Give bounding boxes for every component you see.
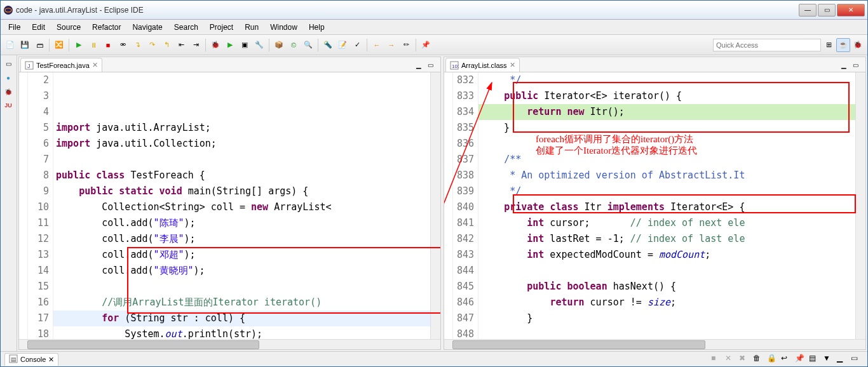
maximize-button[interactable]: ▭ xyxy=(818,4,836,17)
left-trim: ▭ ● 🐞 JU xyxy=(1,55,17,351)
step-filter-icon[interactable]: ⇥ xyxy=(189,38,203,52)
maximize-view-icon[interactable]: ▭ xyxy=(428,62,438,72)
annotation-icon[interactable]: 📝 xyxy=(336,38,349,52)
step-into-icon[interactable]: ↴ xyxy=(130,38,144,52)
java-file-icon: J xyxy=(25,61,34,70)
step-return-icon[interactable]: ↰ xyxy=(159,38,173,52)
menu-project[interactable]: Project xyxy=(205,22,238,33)
horizontal-scrollbar[interactable] xyxy=(444,339,865,349)
maximize-console-icon[interactable]: ▭ xyxy=(851,354,864,365)
close-icon[interactable]: ✕ xyxy=(510,61,515,69)
scroll-lock-icon[interactable]: 🔒 xyxy=(767,354,780,365)
marker-column[interactable] xyxy=(444,72,453,339)
new-class-icon[interactable]: © xyxy=(287,38,301,52)
remove-all-icon[interactable]: ✖ xyxy=(739,354,752,365)
search-icon[interactable]: 🔦 xyxy=(321,38,335,52)
pin-console-icon[interactable]: 📌 xyxy=(795,354,808,365)
open-type-icon[interactable]: 🔍 xyxy=(301,38,315,52)
quick-access-input[interactable] xyxy=(713,39,821,51)
minimize-view-icon[interactable]: ▁ xyxy=(416,62,426,72)
word-wrap-icon[interactable]: ↩ xyxy=(781,354,794,365)
menu-refactor[interactable]: Refactor xyxy=(87,22,126,33)
annotation-text: foreach循环调用了集合的iterator()方法 创建了一个Iterato… xyxy=(536,133,697,156)
tab-label: ArrayList.class xyxy=(461,62,507,69)
switch-icon[interactable]: 🔀 xyxy=(52,38,66,52)
line-numbers-left: 23456789101112131415161718 xyxy=(28,72,53,339)
close-icon[interactable]: ✕ xyxy=(48,356,54,364)
tab-arraylist[interactable]: 101 ArrayList.class ✕ xyxy=(445,58,520,72)
vertical-scrollbar[interactable] xyxy=(430,72,440,339)
console-label: Console xyxy=(20,356,46,363)
line-numbers-right: 8328338348358368378388398408418428438448… xyxy=(453,72,478,339)
java-perspective-icon[interactable]: ☕ xyxy=(836,38,850,52)
console-tab[interactable]: ▤ Console ✕ xyxy=(4,353,58,366)
menu-run[interactable]: Run xyxy=(240,22,264,33)
svg-text:▤: ▤ xyxy=(11,356,17,363)
minimize-button[interactable]: — xyxy=(799,4,817,17)
step-over-icon[interactable]: ↷ xyxy=(145,38,159,52)
task-icon[interactable]: ✓ xyxy=(350,38,364,52)
last-edit-icon[interactable]: ✏ xyxy=(399,38,413,52)
debug-perspective-icon[interactable]: 🐞 xyxy=(851,38,865,52)
run-icon[interactable]: ▶ xyxy=(223,38,237,52)
toolbar: 📄 💾 🗃 🔀 ▶ ⏸ ■ ⚮ ↴ ↷ ↰ ⇤ ⇥ 🐞 ▶ ▣ 🔧 📦 © 🔍 … xyxy=(1,35,867,55)
coverage-icon[interactable]: ▣ xyxy=(238,38,252,52)
ext-tools-icon[interactable]: 🔧 xyxy=(252,38,266,52)
vertical-scrollbar[interactable] xyxy=(855,72,865,339)
eclipse-icon xyxy=(3,5,13,15)
restore-icon[interactable]: ▭ xyxy=(2,58,15,69)
forward-icon[interactable]: → xyxy=(384,38,398,52)
drop-frame-icon[interactable]: ⇤ xyxy=(174,38,188,52)
console-icon: ▤ xyxy=(9,354,18,364)
resume-icon[interactable]: ▶ xyxy=(72,38,86,52)
clear-console-icon[interactable]: 🗑 xyxy=(753,354,766,365)
window-title: code - java.util.ArrayList - Eclipse IDE xyxy=(16,6,799,15)
junit-view-icon[interactable]: JU xyxy=(2,100,15,111)
horizontal-scrollbar[interactable] xyxy=(19,339,440,349)
editor-left: J TestForeach.java ✕ ▁ ▭ 234567891011121… xyxy=(18,57,441,350)
save-icon[interactable]: 💾 xyxy=(18,38,32,52)
titlebar: code - java.util.ArrayList - Eclipse IDE… xyxy=(1,1,867,20)
suspend-icon[interactable]: ⏸ xyxy=(86,38,100,52)
terminate-console-icon[interactable]: ■ xyxy=(711,354,724,365)
remove-launch-icon[interactable]: ✕ xyxy=(725,354,738,365)
maximize-view-icon[interactable]: ▭ xyxy=(853,62,863,72)
open-perspective-icon[interactable]: ⊞ xyxy=(822,38,836,52)
debug-view-icon[interactable]: 🐞 xyxy=(2,86,15,97)
save-all-icon[interactable]: 🗃 xyxy=(32,38,46,52)
disconnect-icon[interactable]: ⚮ xyxy=(116,38,130,52)
close-icon[interactable]: ✕ xyxy=(92,61,98,69)
pin-icon[interactable]: 📌 xyxy=(419,38,433,52)
marker-column[interactable] xyxy=(19,72,28,339)
close-button[interactable]: ✕ xyxy=(837,4,865,17)
menu-edit[interactable]: Edit xyxy=(27,22,50,33)
code-content-right[interactable]: */ public Iterator<E> iterator() { retur… xyxy=(478,72,855,339)
minimize-console-icon[interactable]: ▁ xyxy=(837,354,850,365)
bottom-panel: ▤ Console ✕ ■ ✕ ✖ 🗑 🔒 ↩ 📌 ▤ ▼ ▁ ▭ xyxy=(1,351,867,366)
class-file-icon: 101 xyxy=(450,61,459,70)
code-content-left[interactable]: import java.util.ArrayList;import java.u… xyxy=(53,72,430,339)
menu-file[interactable]: File xyxy=(3,22,25,33)
new-package-icon[interactable]: 📦 xyxy=(272,38,286,52)
menu-help[interactable]: Help xyxy=(304,22,330,33)
breakpoints-view-icon[interactable]: ● xyxy=(2,72,15,83)
minimize-view-icon[interactable]: ▁ xyxy=(841,62,851,72)
display-console-icon[interactable]: ▤ xyxy=(809,354,822,365)
menubar: FileEditSourceRefactorNavigateSearchProj… xyxy=(1,20,867,35)
open-console-icon[interactable]: ▼ xyxy=(823,354,836,365)
menu-search[interactable]: Search xyxy=(169,22,203,33)
quick-access xyxy=(713,39,821,51)
svg-text:101: 101 xyxy=(452,63,459,69)
editor-right: 101 ArrayList.class ✕ ▁ ▭ 83283383483583… xyxy=(444,57,866,350)
menu-navigate[interactable]: Navigate xyxy=(127,22,167,33)
tab-testforeach[interactable]: J TestForeach.java ✕ xyxy=(20,58,102,72)
terminate-icon[interactable]: ■ xyxy=(101,38,115,52)
debug-icon[interactable]: 🐞 xyxy=(208,38,222,52)
tab-label: TestForeach.java xyxy=(36,62,90,69)
svg-text:J: J xyxy=(27,63,31,69)
menu-source[interactable]: Source xyxy=(51,22,86,33)
back-icon[interactable]: ← xyxy=(370,38,384,52)
menu-window[interactable]: Window xyxy=(265,22,302,33)
new-icon[interactable]: 📄 xyxy=(3,38,17,52)
